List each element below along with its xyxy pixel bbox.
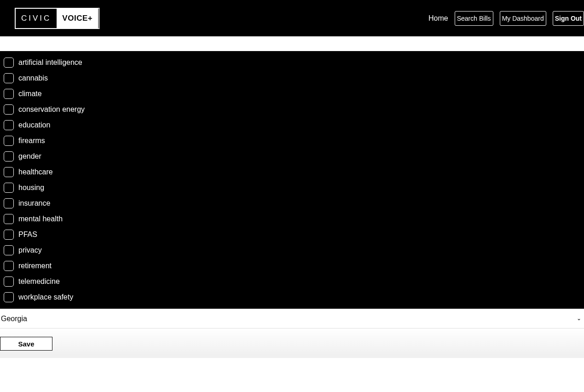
topic-label: education (18, 121, 50, 129)
topic-checkbox[interactable] (4, 292, 14, 302)
state-select[interactable]: Georgia (0, 309, 584, 328)
nav-search-bills[interactable]: Search Bills (455, 11, 493, 26)
topic-row: gender (4, 149, 584, 164)
topic-row: telemedicine (4, 274, 584, 289)
save-area: Save (0, 329, 584, 358)
topic-row: healthcare (4, 164, 584, 180)
topic-checkbox[interactable] (4, 104, 14, 115)
topic-row: housing (4, 180, 584, 196)
topic-label: privacy (18, 246, 42, 254)
topic-row: artificial intelligence (4, 55, 584, 70)
topic-label: gender (18, 152, 41, 161)
topic-row: education (4, 117, 584, 133)
topic-label: artificial intelligence (18, 58, 82, 67)
logo-left: CIVIC (16, 9, 57, 28)
topic-label: housing (18, 184, 44, 192)
topic-checkbox[interactable] (4, 277, 14, 287)
top-nav: Home Search Bills My Dashboard Sign Out (428, 11, 584, 26)
topic-label: cannabis (18, 74, 48, 82)
logo-right: VOICE+ (57, 9, 98, 28)
topic-label: conservation energy (18, 105, 85, 114)
topic-label: retirement (18, 262, 52, 270)
topic-checkbox[interactable] (4, 151, 14, 161)
topic-row: mental health (4, 211, 584, 227)
topic-row: conservation energy (4, 102, 584, 117)
topic-row: PFAS (4, 227, 584, 242)
topic-label: firearms (18, 137, 45, 145)
topic-checkbox[interactable] (4, 167, 14, 177)
topic-checkbox[interactable] (4, 120, 14, 130)
topic-row: workplace safety (4, 289, 584, 305)
topic-checkbox[interactable] (4, 136, 14, 146)
logo[interactable]: CIVIC VOICE+ (15, 8, 100, 29)
topic-checkbox[interactable] (4, 58, 14, 68)
topic-label: climate (18, 90, 42, 98)
topic-checkbox[interactable] (4, 230, 14, 240)
topics-panel: artificial intelligence cannabis climate… (0, 51, 584, 309)
topic-label: workplace safety (18, 293, 73, 301)
topic-row: privacy (4, 242, 584, 258)
topic-row: insurance (4, 196, 584, 211)
topic-label: telemedicine (18, 277, 60, 286)
save-button[interactable]: Save (0, 337, 52, 351)
topic-row: firearms (4, 133, 584, 149)
topic-checkbox[interactable] (4, 245, 14, 255)
header-spacer (0, 36, 584, 51)
nav-sign-out[interactable]: Sign Out (553, 11, 584, 26)
topic-row: cannabis (4, 70, 584, 86)
topic-label: PFAS (18, 231, 37, 239)
topic-row: climate (4, 86, 584, 102)
app-header: CIVIC VOICE+ Home Search Bills My Dashbo… (0, 0, 584, 36)
topic-row: retirement (4, 258, 584, 274)
topic-checkbox[interactable] (4, 183, 14, 193)
topic-checkbox[interactable] (4, 198, 14, 208)
topic-checkbox[interactable] (4, 261, 14, 271)
topic-label: mental health (18, 215, 63, 223)
topic-label: insurance (18, 199, 50, 208)
topic-checkbox[interactable] (4, 214, 14, 224)
state-select-wrap: Georgia ⌄ (0, 309, 584, 329)
nav-my-dashboard[interactable]: My Dashboard (500, 11, 546, 26)
topic-checkbox[interactable] (4, 89, 14, 99)
topic-label: healthcare (18, 168, 53, 176)
nav-home[interactable]: Home (428, 14, 448, 23)
topic-checkbox[interactable] (4, 73, 14, 83)
